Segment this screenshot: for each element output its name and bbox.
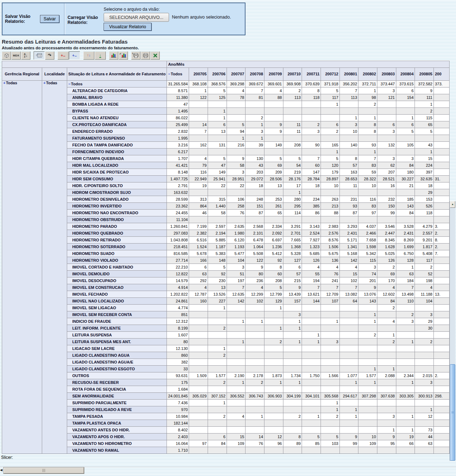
data-cell: 109 xyxy=(227,440,246,447)
data-cell: 5.342 xyxy=(358,250,377,257)
show-parent-members-icon[interactable]: 0 xyxy=(34,51,45,60)
month-column-header: 200712 xyxy=(321,68,340,81)
collapse-icon[interactable]: − xyxy=(68,82,70,86)
row-label: SUPRIMIDO PARCIALMENTE xyxy=(67,400,167,406)
print-icon[interactable] xyxy=(141,51,150,60)
show-chart-icon[interactable] xyxy=(109,51,118,60)
row-axis-header: Localidade xyxy=(42,68,67,81)
print-config-icon[interactable]: ✎ xyxy=(131,51,140,60)
data-cell: 1 xyxy=(246,135,264,142)
data-cell xyxy=(227,332,246,339)
export-excel-icon[interactable] xyxy=(150,51,160,60)
horizontal-scrollbar[interactable]: ◀ xyxy=(0,467,456,474)
data-cell: 149 xyxy=(208,169,227,176)
data-cell: 144 xyxy=(302,298,321,305)
data-cell: 113 xyxy=(283,94,302,101)
data-cell: 51 xyxy=(227,271,246,277)
data-cell xyxy=(396,108,415,115)
data-cell: 2.447 xyxy=(377,230,396,237)
drill-member-icon[interactable]: +− xyxy=(58,51,69,60)
data-cell xyxy=(283,108,302,115)
data-cell xyxy=(246,332,264,339)
data-cell xyxy=(208,339,227,345)
partial-month-header: 200 xyxy=(433,68,449,81)
data-cell: 2 xyxy=(302,121,321,128)
collapse-icon[interactable]: − xyxy=(168,72,170,76)
drill-through-icon[interactable]: ↓ xyxy=(95,51,106,60)
row-label: LIGADO CLANDESTINO AGUA/E xyxy=(67,359,167,366)
save-button[interactable]: Salvar xyxy=(40,15,59,23)
data-cell: 7 xyxy=(339,284,358,291)
data-cell: 10 xyxy=(321,182,340,189)
data-cell: 76 xyxy=(321,271,340,277)
data-cell: 1.566 xyxy=(321,372,340,379)
data-cell: 63 xyxy=(396,271,415,277)
drill-position-icon[interactable]: +− xyxy=(69,51,80,60)
data-cell: 58 xyxy=(227,162,246,169)
data-cell: 132 xyxy=(377,142,396,149)
month-column-header: 200710 xyxy=(283,68,302,81)
view-report-button[interactable]: Visualizar Relatorio xyxy=(104,23,152,31)
data-cell: 5 xyxy=(227,121,246,128)
data-cell: 7 xyxy=(302,155,321,162)
data-cell: 13.076 xyxy=(358,291,377,298)
data-cell: 9 xyxy=(227,155,246,162)
data-cell-clipped xyxy=(433,264,449,271)
data-cell: 4 xyxy=(246,284,264,291)
data-cell: 356.202 xyxy=(339,81,358,87)
vertical-scrollbar[interactable]: ▲ xyxy=(450,201,455,461)
data-cell xyxy=(396,135,415,142)
data-cell xyxy=(264,318,283,325)
sort-az-icon[interactable]: AZ↓ xyxy=(21,51,30,60)
data-cell xyxy=(339,108,358,115)
data-cell: 4.037 xyxy=(358,223,377,230)
data-cell xyxy=(339,352,358,359)
data-cell: 83 xyxy=(358,203,377,210)
swap-axes-icon[interactable]: ↷ xyxy=(45,51,54,60)
data-cell: 86 xyxy=(302,210,321,216)
scroll-left-icon[interactable]: ◀ xyxy=(0,468,3,472)
data-cell xyxy=(302,406,321,413)
data-cell: 10 xyxy=(358,434,377,440)
data-cell: 304.199 xyxy=(283,393,302,400)
data-cell xyxy=(283,386,302,393)
data-cell: 2.101 xyxy=(246,230,264,237)
scroll-up-icon[interactable]: ▲ xyxy=(450,201,455,208)
month-column-header: 200705 xyxy=(189,68,208,81)
data-cell: 22.210 xyxy=(167,264,189,271)
data-cell: 297.083 xyxy=(167,230,189,237)
chart-config-icon[interactable]: ✔ xyxy=(119,51,128,60)
horizontal-scrollbar-thumb[interactable] xyxy=(4,467,84,474)
select-file-button[interactable]: SELECIONAR ARQUIVO... xyxy=(104,13,169,22)
expand-icon[interactable]: + xyxy=(43,81,45,85)
data-cell: 118 xyxy=(415,210,434,216)
data-cell: 149 xyxy=(264,142,283,149)
data-cell: 58 xyxy=(208,210,227,216)
data-cell: 1.995 xyxy=(167,135,189,142)
data-cell: 69 xyxy=(377,271,396,277)
data-cell: 14 xyxy=(189,121,208,128)
data-cell: 24.861 xyxy=(167,298,189,305)
data-cell xyxy=(321,108,340,115)
data-cell xyxy=(264,345,283,352)
data-cell: 102 xyxy=(246,298,264,305)
data-cell: 370.639 xyxy=(302,81,321,87)
data-cell: 185 xyxy=(396,196,415,203)
vertical-scrollbar-thumb[interactable] xyxy=(450,364,455,461)
data-cell: 9 xyxy=(264,128,283,135)
pivot-table-container: Ano/MêsGerência RegionalLocalidadeSituaç… xyxy=(2,61,450,454)
drill-replace-icon[interactable]: ↑↓ xyxy=(83,51,94,60)
mdx-edit-icon[interactable]: MDX xyxy=(11,51,21,60)
data-cell xyxy=(208,420,227,427)
data-cell: 65 xyxy=(264,210,283,216)
data-cell: 1 xyxy=(396,339,415,345)
data-cell xyxy=(227,325,246,332)
data-cell: 131 xyxy=(208,142,227,149)
data-cell: 4.774 xyxy=(167,305,189,311)
olap-navigator-icon[interactable] xyxy=(2,51,11,60)
expand-icon[interactable]: + xyxy=(3,81,5,85)
data-cell: 1.341 xyxy=(339,244,358,250)
data-cell xyxy=(264,400,283,406)
data-cell: 1 xyxy=(339,379,358,386)
data-cell: 1.495 xyxy=(167,108,189,115)
